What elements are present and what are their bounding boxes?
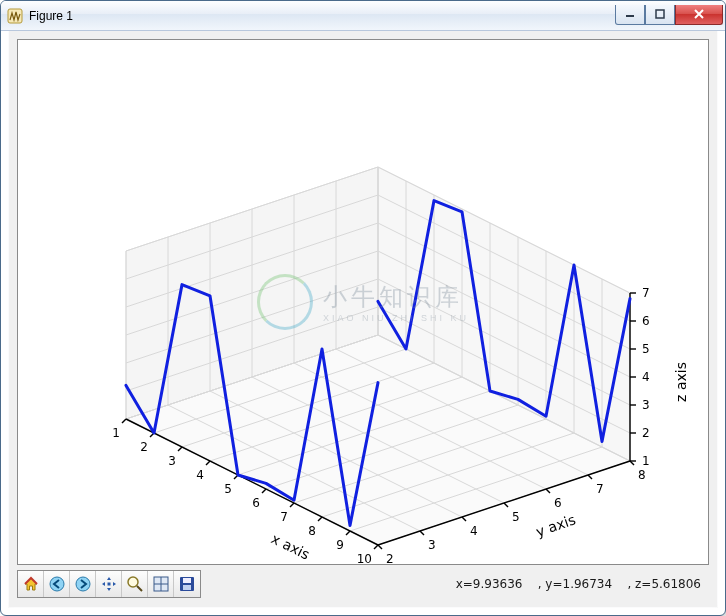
svg-rect-2 bbox=[656, 10, 664, 18]
svg-line-61 bbox=[206, 461, 210, 465]
maximize-button[interactable] bbox=[645, 5, 675, 25]
svg-line-86 bbox=[588, 475, 592, 479]
minimize-button[interactable] bbox=[615, 5, 645, 25]
plot-area[interactable]: 小牛知识库 XIAO NIU ZHI SHI KU bbox=[17, 39, 709, 565]
pan-button[interactable] bbox=[96, 571, 122, 597]
svg-text:2: 2 bbox=[642, 426, 650, 440]
svg-line-80 bbox=[462, 517, 466, 521]
svg-text:3: 3 bbox=[168, 454, 176, 468]
svg-line-84 bbox=[546, 489, 550, 493]
close-button[interactable] bbox=[675, 5, 723, 25]
svg-text:4: 4 bbox=[470, 524, 478, 538]
svg-line-78 bbox=[420, 531, 424, 535]
svg-text:7: 7 bbox=[596, 482, 604, 496]
plot-svg: 12345678910 x axis 2345678 y axis 123456… bbox=[18, 40, 708, 564]
svg-text:6: 6 bbox=[642, 314, 650, 328]
svg-text:8: 8 bbox=[308, 524, 316, 538]
svg-text:10: 10 bbox=[357, 552, 372, 564]
svg-text:6: 6 bbox=[252, 496, 260, 510]
svg-line-69 bbox=[318, 517, 322, 521]
svg-text:7: 7 bbox=[280, 510, 288, 524]
svg-point-108 bbox=[128, 577, 138, 587]
svg-text:3: 3 bbox=[428, 538, 436, 552]
zoom-button[interactable] bbox=[122, 571, 148, 597]
svg-line-109 bbox=[137, 586, 142, 591]
subplots-button[interactable] bbox=[148, 571, 174, 597]
cursor-readout: x=9.93636 , y=1.96734 , z=5.61806 bbox=[201, 577, 709, 591]
svg-line-82 bbox=[504, 503, 508, 507]
client-area: 小牛知识库 XIAO NIU ZHI SHI KU bbox=[9, 31, 717, 607]
figure-window: Figure 1 小牛知识库 XIAO NIU ZHI SHI KU bbox=[0, 0, 726, 616]
svg-text:9: 9 bbox=[336, 538, 344, 552]
z-axis: 1234567 z axis bbox=[630, 286, 689, 468]
forward-button[interactable] bbox=[70, 571, 96, 597]
svg-line-55 bbox=[122, 419, 126, 423]
bottom-row: x=9.93636 , y=1.96734 , z=5.61806 bbox=[17, 569, 709, 599]
svg-rect-114 bbox=[183, 578, 191, 583]
svg-line-67 bbox=[290, 503, 294, 507]
svg-text:2: 2 bbox=[140, 440, 148, 454]
svg-text:8: 8 bbox=[638, 468, 646, 482]
svg-rect-115 bbox=[183, 585, 191, 590]
svg-text:1: 1 bbox=[112, 426, 120, 440]
x-axis-label: x axis bbox=[269, 530, 313, 562]
svg-text:5: 5 bbox=[512, 510, 520, 524]
svg-line-73 bbox=[374, 545, 378, 549]
app-icon bbox=[7, 8, 23, 24]
svg-text:2: 2 bbox=[386, 552, 394, 564]
svg-text:3: 3 bbox=[642, 398, 650, 412]
nav-toolbar bbox=[17, 570, 201, 598]
y-axis-label: y axis bbox=[534, 511, 578, 539]
svg-line-71 bbox=[346, 531, 350, 535]
home-button[interactable] bbox=[18, 571, 44, 597]
window-title: Figure 1 bbox=[29, 9, 73, 23]
back-button[interactable] bbox=[44, 571, 70, 597]
svg-text:4: 4 bbox=[642, 370, 650, 384]
svg-line-65 bbox=[262, 489, 266, 493]
svg-line-76 bbox=[378, 545, 382, 549]
svg-text:5: 5 bbox=[642, 342, 650, 356]
svg-point-106 bbox=[76, 577, 90, 591]
titlebar[interactable]: Figure 1 bbox=[1, 1, 725, 31]
z-axis-label: z axis bbox=[673, 362, 689, 402]
svg-line-59 bbox=[178, 447, 182, 451]
svg-point-105 bbox=[50, 577, 64, 591]
svg-text:7: 7 bbox=[642, 286, 650, 300]
window-buttons bbox=[615, 5, 723, 27]
svg-text:1: 1 bbox=[642, 454, 650, 468]
svg-text:4: 4 bbox=[196, 468, 204, 482]
svg-text:6: 6 bbox=[554, 496, 562, 510]
svg-rect-107 bbox=[107, 583, 110, 586]
svg-text:5: 5 bbox=[224, 482, 232, 496]
save-button[interactable] bbox=[174, 571, 200, 597]
